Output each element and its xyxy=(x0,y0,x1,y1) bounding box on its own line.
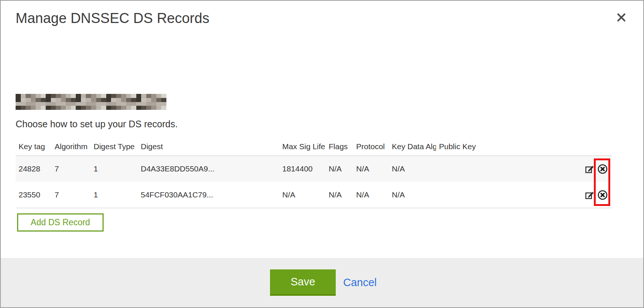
close-icon xyxy=(616,12,627,23)
dialog-footer: Save Cancel xyxy=(1,258,643,307)
ds-records-table: Key tagAlgorithmDigest TypeDigestMax Sig… xyxy=(16,137,612,208)
cell-digest: D4A33E8DD550A9... xyxy=(138,164,279,173)
cell-algorithm: 7 xyxy=(52,190,91,199)
cell-key-data-alg: N/A xyxy=(389,164,436,173)
table-header-row: Key tagAlgorithmDigest TypeDigestMax Sig… xyxy=(16,137,612,155)
cell-flags: N/A xyxy=(326,164,353,173)
edit-icon xyxy=(585,164,595,174)
cell-key-data-alg: N/A xyxy=(389,190,436,199)
cell-protocol: N/A xyxy=(353,164,389,173)
cell-max-sig-life: 1814400 xyxy=(279,164,326,173)
cell-key-tag: 23550 xyxy=(16,190,52,199)
cell-digest-type: 1 xyxy=(91,190,138,199)
cell-digest: 54FCF030AA1C79... xyxy=(138,190,279,199)
table-body: 24828 7 1 D4A33E8DD550A9... 1814400 N/A … xyxy=(16,155,612,208)
column-header: Max Sig Life xyxy=(279,142,326,151)
table-row: 23550 7 1 54FCF030AA1C79... N/A N/A N/A … xyxy=(16,182,612,208)
instruction-text: Choose how to set up your DS records. xyxy=(16,119,178,130)
cancel-link[interactable]: Cancel xyxy=(343,269,377,296)
add-ds-record-button[interactable]: Add DS Record xyxy=(17,213,104,232)
cell-key-tag: 24828 xyxy=(16,164,52,173)
delete-record-button[interactable] xyxy=(597,164,608,174)
table-row: 24828 7 1 D4A33E8DD550A9... 1814400 N/A … xyxy=(16,156,612,182)
save-button[interactable]: Save xyxy=(270,269,336,296)
redacted-domain-name xyxy=(16,94,166,110)
cell-digest-type: 1 xyxy=(91,164,138,173)
column-header: Key tag xyxy=(16,142,52,151)
column-header: Public Key xyxy=(436,142,578,151)
delete-record-button[interactable] xyxy=(597,190,608,200)
column-header: Key Data Alg xyxy=(389,142,436,151)
edit-icon xyxy=(585,190,595,200)
close-button[interactable] xyxy=(614,10,629,25)
cell-max-sig-life: N/A xyxy=(279,190,326,199)
column-header: Protocol xyxy=(353,142,389,151)
edit-record-button[interactable] xyxy=(585,190,595,200)
column-header: Algorithm xyxy=(52,142,91,151)
cell-algorithm: 7 xyxy=(52,164,91,173)
row-actions xyxy=(578,164,612,174)
column-header: Digest xyxy=(138,142,279,151)
column-header: Flags xyxy=(326,142,353,151)
delete-x-icon xyxy=(597,190,608,200)
column-header: Digest Type xyxy=(91,142,138,151)
edit-record-button[interactable] xyxy=(585,164,595,174)
manage-dnssec-dialog: Manage DNSSEC DS Records Choose how to s… xyxy=(0,0,644,308)
cell-protocol: N/A xyxy=(353,190,389,199)
cell-flags: N/A xyxy=(326,190,353,199)
row-actions xyxy=(578,190,612,200)
dialog-title: Manage DNSSEC DS Records xyxy=(16,10,209,26)
delete-x-icon xyxy=(597,164,608,174)
